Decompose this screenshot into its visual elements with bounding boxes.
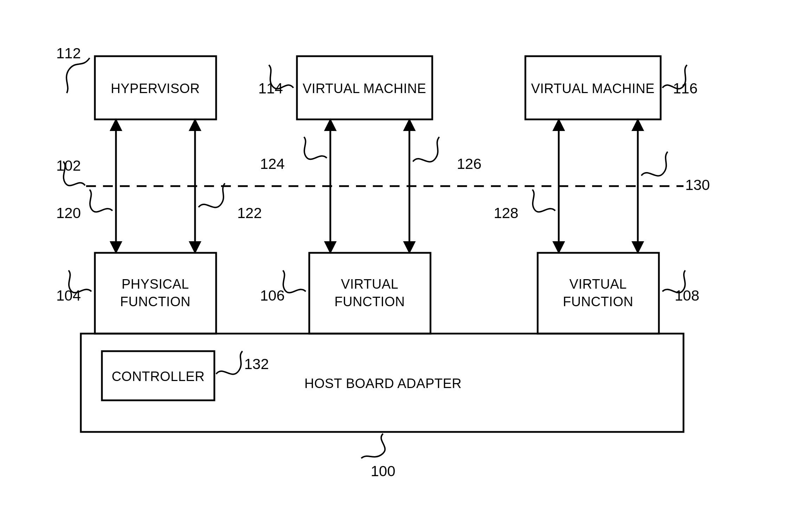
vfunc1-label-2: FUNCTION (335, 294, 405, 309)
ref-124: 124 (260, 156, 285, 172)
pfunc-label-2: FUNCTION (120, 294, 190, 309)
svg-rect-3 (95, 253, 216, 334)
hypervisor-label: HYPERVISOR (111, 81, 200, 96)
ref-130: 130 (685, 177, 710, 193)
vfunc2-label-1: VIRTUAL (569, 277, 627, 291)
vfunc2-box: VIRTUAL FUNCTION (538, 253, 659, 334)
vfunc1-box: VIRTUAL FUNCTION (309, 253, 430, 334)
ref-100: 100 (371, 463, 395, 479)
ref-126: 126 (457, 156, 481, 172)
controller-box: CONTROLLER (102, 351, 214, 400)
lead-132 (216, 351, 242, 374)
pfunc-label-1: PHYSICAL (122, 277, 189, 291)
ref-112: 112 (56, 45, 81, 61)
vm2-label: VIRTUAL MACHINE (531, 81, 655, 96)
lead-130 (641, 152, 668, 176)
lead-106 (283, 270, 306, 293)
hypervisor-box: HYPERVISOR (95, 56, 216, 119)
controller-label: CONTROLLER (112, 369, 205, 384)
pfunc-box: PHYSICAL FUNCTION (95, 253, 216, 334)
lead-112 (66, 58, 90, 93)
vm1-box: VIRTUAL MACHINE (297, 56, 432, 119)
ref-114: 114 (258, 80, 283, 97)
ref-116: 116 (673, 80, 698, 97)
lead-126 (413, 137, 439, 162)
ref-104: 104 (56, 287, 81, 304)
ref-108: 108 (675, 287, 699, 304)
ref-132: 132 (244, 356, 269, 372)
vfunc2-label-2: FUNCTION (563, 294, 633, 309)
vm2-box: VIRTUAL MACHINE (525, 56, 661, 119)
lead-120 (90, 190, 112, 212)
lead-124 (304, 137, 327, 159)
ref-128: 128 (494, 205, 518, 221)
ref-120: 120 (56, 205, 81, 221)
vm1-label: VIRTUAL MACHINE (303, 81, 426, 96)
ref-102: 102 (56, 157, 81, 174)
ref-106: 106 (260, 287, 285, 304)
svg-rect-5 (538, 253, 659, 334)
lead-128 (532, 190, 555, 212)
vfunc1-label-1: VIRTUAL (341, 277, 398, 291)
hba-label: HOST BOARD ADAPTER (304, 376, 462, 391)
lead-100 (361, 434, 385, 458)
ref-122: 122 (237, 205, 262, 221)
svg-rect-4 (309, 253, 430, 334)
